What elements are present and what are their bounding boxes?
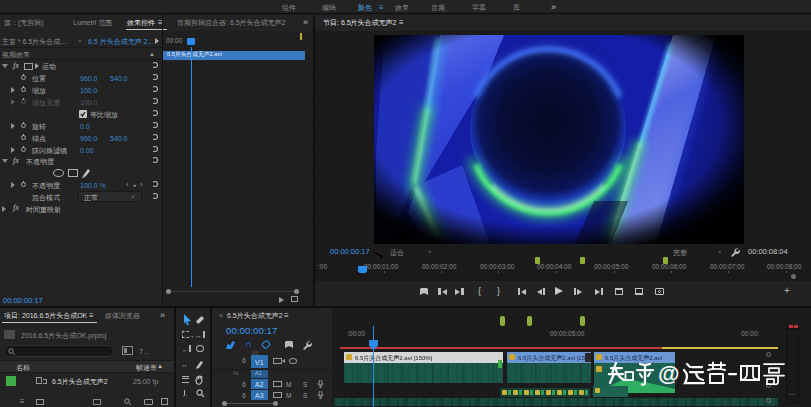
svg-text:@: @	[658, 361, 679, 386]
